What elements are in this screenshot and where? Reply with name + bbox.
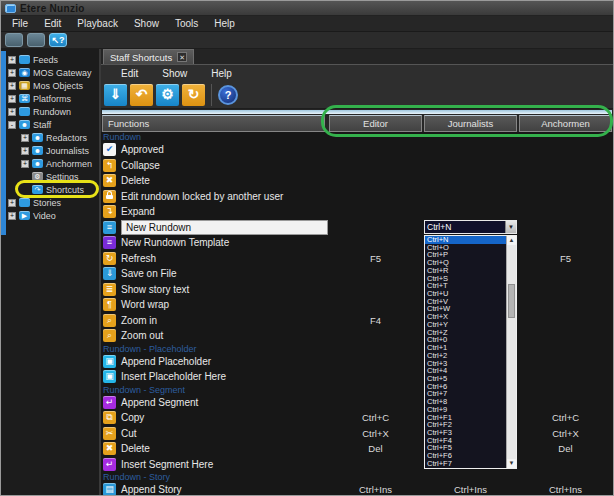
expand-box-icon[interactable]: + — [8, 108, 16, 116]
function-cell[interactable]: ▤Append Story — [101, 482, 328, 496]
shortcut-cell-editor[interactable] — [328, 395, 423, 411]
table-row[interactable]: ⌕Zoom out — [101, 328, 613, 344]
table-row[interactable]: ⌕Zoom inF4 — [101, 313, 613, 329]
function-cell[interactable]: ▣Insert Placeholder Here — [101, 369, 328, 385]
sidebar-item-feeds[interactable]: +Feeds — [1, 53, 99, 66]
shortcut-cell-editor[interactable] — [328, 328, 423, 344]
shortcut-cell-anchormen[interactable] — [518, 313, 613, 329]
function-cell[interactable]: ↵Append Segment — [101, 395, 328, 411]
menu-file[interactable]: File — [5, 17, 35, 30]
shortcut-cell-journalists[interactable] — [423, 142, 518, 158]
function-cell[interactable]: ✖Delete — [101, 441, 328, 457]
shortcut-cell-anchormen[interactable] — [518, 158, 613, 174]
column-header-journalists[interactable]: Journalists — [424, 115, 517, 132]
shortcut-cell-anchormen[interactable] — [518, 204, 613, 220]
dropdown-scrollbar[interactable]: ▲ ▼ — [506, 236, 516, 468]
table-row[interactable]: ↰Collapse — [101, 158, 613, 174]
table-row[interactable]: ✖Delete — [101, 173, 613, 189]
toolbar-generic-button-2[interactable] — [27, 33, 45, 47]
shortcut-cell-anchormen[interactable]: F5 — [518, 251, 613, 267]
shortcut-cell-journalists[interactable] — [423, 189, 518, 205]
shortcut-cell-anchormen[interactable] — [518, 354, 613, 370]
sidebar-item-journalists[interactable]: +☻Journalists — [1, 144, 99, 157]
table-row[interactable]: ✂CutCtrl+XCtrl+X — [101, 426, 613, 442]
panel-menu-edit[interactable]: Edit — [111, 67, 148, 80]
shortcut-cell-editor[interactable]: Ctrl+X — [328, 426, 423, 442]
table-row[interactable]: Edit rundown locked by another user — [101, 189, 613, 205]
shortcut-cell-anchormen[interactable] — [518, 395, 613, 411]
shortcut-cell-editor[interactable] — [328, 457, 423, 473]
shortcut-cell-anchormen[interactable]: Ctrl+Ins — [518, 482, 613, 496]
shortcut-cell-editor[interactable]: Del — [328, 441, 423, 457]
context-help-button[interactable]: ↖? — [49, 33, 67, 47]
shortcut-cell-anchormen[interactable] — [518, 189, 613, 205]
combobox-arrow-icon[interactable]: ▼ — [505, 221, 516, 233]
function-cell[interactable]: ⧉Copy — [101, 410, 328, 426]
expand-box-icon[interactable]: + — [21, 160, 29, 168]
shortcut-cell-journalists[interactable] — [423, 173, 518, 189]
shortcut-cell-anchormen[interactable]: Del — [518, 441, 613, 457]
table-row[interactable]: ▣Append Placeholder — [101, 354, 613, 370]
expand-box-icon[interactable]: + — [8, 95, 16, 103]
function-cell[interactable]: ↴Expand — [101, 204, 328, 220]
shortcut-cell-anchormen[interactable] — [518, 297, 613, 313]
shortcut-cell-anchormen[interactable] — [518, 173, 613, 189]
shortcut-cell-editor[interactable] — [328, 142, 423, 158]
shortcut-cell-editor[interactable] — [328, 220, 423, 236]
table-row[interactable]: ✔Approved — [101, 142, 613, 158]
shortcut-cell-journalists[interactable] — [423, 204, 518, 220]
scroll-down-icon[interactable]: ▼ — [507, 459, 516, 468]
table-row[interactable]: ≡New Rundown Template — [101, 235, 613, 251]
undo-icon[interactable]: ↶ — [130, 84, 153, 106]
function-cell[interactable]: ✂Cut — [101, 426, 328, 442]
shortcut-cell-editor[interactable] — [328, 173, 423, 189]
shortcut-cell-editor[interactable] — [328, 158, 423, 174]
table-row[interactable]: ≣Show story text — [101, 282, 613, 298]
shortcut-cell-anchormen[interactable]: Ctrl+C — [518, 410, 613, 426]
save-icon[interactable]: ⇓ — [104, 84, 127, 106]
expand-box-icon[interactable]: + — [21, 134, 29, 142]
sidebar-item-mos-objects[interactable]: +▦Mos Objects — [1, 79, 99, 92]
function-cell[interactable]: ⌕Zoom in — [101, 313, 328, 329]
shortcut-cell-anchormen[interactable] — [518, 369, 613, 385]
sidebar-item-redactors[interactable]: +☻Redactors — [1, 131, 99, 144]
expand-box-icon[interactable]: + — [8, 69, 16, 77]
sidebar-item-mos-gateway[interactable]: +◉MOS Gateway — [1, 66, 99, 79]
expand-box-icon[interactable]: + — [8, 199, 16, 207]
shortcut-cell-editor[interactable] — [328, 354, 423, 370]
function-cell[interactable]: ≡New Rundown — [101, 220, 328, 236]
shortcut-cell-anchormen[interactable]: Ctrl+X — [518, 426, 613, 442]
menu-help[interactable]: Help — [207, 17, 242, 30]
expand-box-icon[interactable]: + — [8, 212, 16, 220]
panel-menu-help[interactable]: Help — [201, 67, 242, 80]
shortcut-cell-editor[interactable] — [328, 235, 423, 251]
expand-box-icon[interactable]: + — [8, 82, 16, 90]
function-cell[interactable]: ↻Refresh — [101, 251, 328, 267]
shortcut-cell-editor[interactable]: Ctrl+Ins — [328, 482, 423, 496]
menu-playback[interactable]: Playback — [70, 17, 125, 30]
column-header-functions[interactable]: Functions — [102, 115, 325, 132]
expand-box-icon[interactable]: + — [8, 56, 16, 64]
scrollbar-thumb[interactable] — [508, 284, 515, 318]
table-row[interactable]: ✖DeleteDelDel — [101, 441, 613, 457]
shortcut-cell-editor[interactable] — [328, 266, 423, 282]
shortcut-cell-editor[interactable] — [328, 297, 423, 313]
table-row[interactable]: ▣Insert Placeholder Here — [101, 369, 613, 385]
shortcut-cell-anchormen[interactable] — [518, 235, 613, 251]
shortcut-cell-anchormen[interactable] — [518, 266, 613, 282]
shortcut-cell-anchormen[interactable] — [518, 328, 613, 344]
menu-show[interactable]: Show — [127, 17, 166, 30]
shortcut-cell-editor[interactable]: F5 — [328, 251, 423, 267]
table-row[interactable]: ⇓Save on File — [101, 266, 613, 282]
function-cell[interactable]: Edit rundown locked by another user — [101, 189, 328, 205]
sidebar-item-stories[interactable]: +Stories — [1, 196, 99, 209]
function-cell[interactable]: ▣Append Placeholder — [101, 354, 328, 370]
column-header-anchormen[interactable]: Anchormen — [519, 115, 612, 132]
scroll-up-icon[interactable]: ▲ — [507, 236, 516, 245]
function-cell[interactable]: ✖Delete — [101, 173, 328, 189]
menu-edit[interactable]: Edit — [37, 17, 68, 30]
table-row[interactable]: ↻RefreshF5F5 — [101, 251, 613, 267]
function-cell[interactable]: ⇓Save on File — [101, 266, 328, 282]
shortcut-cell-editor[interactable]: F4 — [328, 313, 423, 329]
scrollbar-track[interactable] — [507, 245, 516, 459]
